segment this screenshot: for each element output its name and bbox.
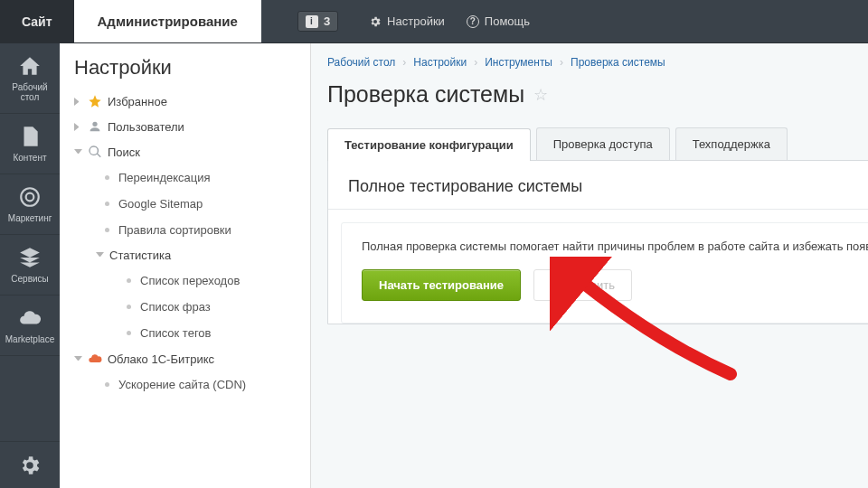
submenu-panel: Настройки Избранное Пользователи Поиск П… [60,43,311,488]
rail-item-marketplace[interactable]: Marketplace [0,296,60,356]
caret-down-icon [96,252,104,260]
layers-icon [18,246,42,269]
tree-child-label: Список фраз [140,300,211,314]
tree-child-sortrules[interactable]: Правила сортировки [60,217,310,243]
tree-search[interactable]: Поиск [60,139,310,164]
panel-heading: Полное тестирование системы [328,161,868,210]
tree-label: Избранное [108,95,167,108]
cloud-icon [88,352,102,366]
tree-child-label: Ускорение сайта (CDN) [118,378,246,391]
rail-item-services[interactable]: Сервисы [0,235,60,296]
rail-label: Рабочийстол [12,82,47,102]
bullet-icon [105,382,109,387]
crumb-link[interactable]: Инструменты [485,56,552,69]
tabs: Тестирование конфигурации Проверка досту… [327,127,868,160]
bullet-icon [105,202,109,206]
crumb-link[interactable]: Рабочий стол [327,56,395,69]
rail-settings-button[interactable] [0,441,60,488]
tree-child-transitions[interactable]: Список переходов [60,267,310,294]
caret-down-icon [74,356,82,364]
crumb-link[interactable]: Проверка системы [571,56,665,69]
tab-administration[interactable]: Администрирование [74,0,261,42]
tree-child-label: Список тегов [140,326,212,340]
tree-label: Поиск [108,145,140,159]
tree-child-sitemap[interactable]: Google Sitemap [60,191,310,217]
caret-down-icon [74,149,82,157]
tree-child-label: Список переходов [140,274,240,287]
bullet-icon [105,228,109,232]
panel: Полное тестирование системы Полная прове… [327,160,868,324]
left-rail: Рабочийстол Контент Маркетинг Сервисы Ma… [0,43,60,488]
tab-access-check[interactable]: Проверка доступа [536,127,670,160]
start-test-button[interactable]: Начать тестирование [362,269,521,301]
tree-label: Статистика [109,249,171,262]
gear-icon [369,15,382,28]
cloud-down-icon [18,306,42,330]
tree-cloud[interactable]: Облако 1С-Битрикс [60,346,310,371]
main-content: Рабочий стол› Настройки› Инструменты› Пр… [311,43,868,488]
notifications-chip[interactable]: 3 [288,0,347,42]
top-help-label: Помощь [485,14,530,28]
tree-child-label: Google Sitemap [118,197,203,211]
bullet-icon [127,331,131,335]
chevron-right-icon: › [402,56,406,69]
caret-right-icon [74,123,82,131]
tree-child-label: Правила сортировки [118,223,231,237]
tree-child-cdn[interactable]: Ускорение сайта (CDN) [60,371,310,398]
target-icon [18,185,42,209]
bullet-icon [127,305,131,309]
bullet-icon [105,175,109,180]
notification-count: 3 [324,14,330,28]
tree-child-label: Переиндексация [118,171,211,184]
info-icon [306,15,318,28]
page-title: Проверка системы ☆ [327,81,868,108]
page-title-text: Проверка системы [327,81,524,108]
panel-description: Полная проверка системы помогает найти п… [362,239,852,253]
document-icon [18,125,42,148]
chevron-right-icon: › [474,56,477,69]
tab-site[interactable]: Сайт [0,0,74,42]
breadcrumb: Рабочий стол› Настройки› Инструменты› Пр… [327,56,868,69]
tree-child-tags[interactable]: Список тегов [60,320,310,346]
rail-item-marketing[interactable]: Маркетинг [0,174,60,235]
top-help-link[interactable]: ? Помощь [467,0,530,42]
tree-child-phrases[interactable]: Список фраз [60,294,310,320]
rail-label: Сервисы [11,274,48,284]
tree-child-reindex[interactable]: Переиндексация [60,164,310,191]
user-icon [88,119,102,134]
rail-label: Marketplace [5,334,54,344]
favorite-star-icon[interactable]: ☆ [533,85,548,105]
tree-label: Облако 1С-Битрикс [108,352,214,366]
tree-favorites[interactable]: Избранное [60,89,310,114]
house-icon [18,54,42,78]
rail-label: Маркетинг [8,213,52,223]
tab-config-test[interactable]: Тестирование конфигурации [327,128,531,161]
bullet-icon [127,278,131,283]
tree-label: Пользователи [108,120,184,134]
gear-icon [18,454,42,477]
topbar: Сайт Администрирование 3 Настройки ? Пом… [0,0,868,43]
crumb-link[interactable]: Настройки [413,56,467,69]
tab-support[interactable]: Техподдержка [675,127,788,160]
top-settings-link[interactable]: Настройки [369,0,445,42]
top-settings-label: Настройки [387,14,445,28]
rail-label: Контент [13,153,46,163]
chevron-right-icon: › [560,56,563,69]
stop-test-button[interactable]: Остановить [533,269,632,301]
tree-statistics[interactable]: Статистика [60,243,310,267]
rail-item-content[interactable]: Контент [0,114,60,174]
star-icon [88,94,102,108]
help-icon: ? [467,15,479,28]
tree-users[interactable]: Пользователи [60,114,310,139]
search-icon [88,145,102,159]
caret-right-icon [74,98,82,106]
submenu-title: Настройки [60,56,310,89]
rail-item-desktop[interactable]: Рабочийстол [0,43,60,114]
